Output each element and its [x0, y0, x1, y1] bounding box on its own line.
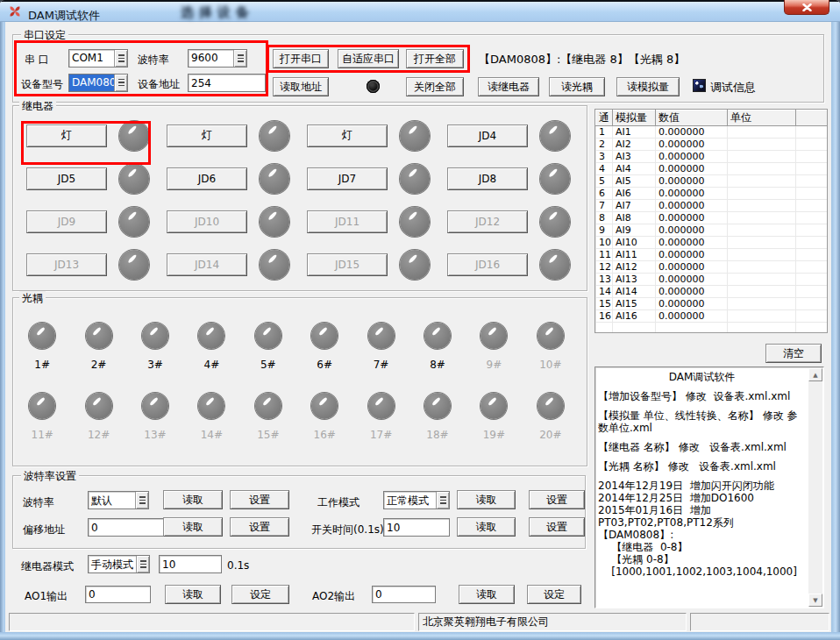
relay-button[interactable]: JD12	[447, 210, 528, 233]
debug-info-icon[interactable]	[693, 79, 706, 92]
dropdown-arrow-icon[interactable]	[436, 492, 449, 508]
ao1-input[interactable]	[85, 586, 151, 603]
info-scrollbar[interactable]: ▲ ▼	[808, 368, 822, 607]
port-combobox[interactable]: COM1	[68, 49, 128, 68]
relay-button[interactable]: 灯	[307, 124, 388, 147]
table-row[interactable]: 4AI40.000000	[596, 163, 829, 175]
port-label: 串 口	[25, 53, 49, 68]
read-address-button[interactable]: 读取地址	[273, 77, 329, 96]
relay-button[interactable]: JD16	[447, 253, 528, 276]
info-line: 2014年12月25日 增加DO1600	[598, 492, 806, 504]
table-row[interactable]: 1AI10.000000	[596, 126, 829, 139]
table-row[interactable]	[596, 323, 829, 334]
close-icon	[802, 4, 812, 11]
baudrate-read-button[interactable]: 读取	[163, 490, 223, 509]
table-row[interactable]: 15AI150.000000	[596, 298, 829, 310]
table-row[interactable]: 6AI60.000000	[596, 188, 829, 200]
scroll-down-icon[interactable]: ▼	[808, 594, 822, 607]
table-row[interactable]: 3AI30.000000	[596, 151, 829, 163]
relay-button[interactable]: JD15	[307, 253, 388, 276]
read-opto-button[interactable]: 读光耦	[549, 77, 605, 96]
relay-button[interactable]: JD9	[26, 210, 107, 233]
relay-button[interactable]: 灯	[26, 124, 107, 147]
relay-mode-time-input[interactable]	[159, 555, 222, 573]
relay-button[interactable]: JD6	[167, 167, 247, 190]
relay-button[interactable]: JD10	[167, 210, 247, 233]
switch-time-set-button[interactable]: 设置	[529, 517, 585, 537]
close-button[interactable]	[784, 0, 829, 15]
company-name: 北京聚英翱翔电子有限公司	[423, 615, 549, 629]
offset-set-button[interactable]: 设置	[230, 517, 289, 537]
work-mode-set-button[interactable]: 设置	[529, 490, 585, 509]
table-row[interactable]: 11AI110.000000	[596, 249, 829, 261]
relay-mode-label: 继电器模式	[21, 559, 74, 574]
scroll-up-icon[interactable]: ▲	[808, 368, 822, 381]
ao1-set-button[interactable]: 设定	[231, 585, 289, 604]
table-row[interactable]: 7AI70.000000	[596, 200, 829, 212]
open-all-button[interactable]: 打开全部	[406, 49, 464, 68]
table-row[interactable]: 12AI120.000000	[596, 261, 829, 274]
table-row[interactable]: 10AI100.000000	[596, 237, 829, 249]
read-analog-button[interactable]: 读模拟量	[616, 77, 680, 96]
window-right-edge	[831, 22, 840, 633]
window-left-edge	[0, 22, 5, 633]
relay-button[interactable]: JD8	[447, 167, 528, 190]
opto-indicator	[198, 323, 224, 349]
table-header[interactable]: 单位	[728, 110, 796, 126]
table-header[interactable]: 数值	[656, 110, 728, 126]
model-combobox[interactable]: DAM0808	[68, 74, 128, 92]
opto-channel: 5#	[240, 323, 296, 393]
ao2-read-button[interactable]: 读取	[459, 585, 515, 604]
status-panel-right	[690, 613, 829, 631]
baudrate-combobox[interactable]: 默认	[88, 491, 149, 509]
table-row[interactable]: 2AI20.000000	[596, 139, 829, 151]
dropdown-arrow-icon[interactable]	[114, 50, 127, 67]
baudrate-set-button[interactable]: 设置	[230, 490, 289, 509]
opto-indicator	[255, 323, 281, 349]
relay-button[interactable]: JD7	[307, 167, 388, 190]
relay-button[interactable]: JD14	[167, 253, 247, 276]
table-header[interactable]: 模拟量	[613, 110, 656, 126]
dropdown-arrow-icon[interactable]	[114, 75, 127, 91]
opto-label: 20#	[539, 429, 561, 441]
table-header[interactable]	[796, 110, 829, 126]
open-serial-button[interactable]: 打开串口	[273, 49, 329, 68]
info-line	[598, 473, 806, 480]
table-row[interactable]: 5AI50.000000	[596, 175, 829, 188]
blurred-background-text: 选择设备	[181, 4, 254, 21]
table-header[interactable]: 通	[596, 110, 613, 126]
table-row[interactable]: 14AI140.000000	[596, 286, 829, 298]
read-relay-button[interactable]: 读继电器	[478, 77, 539, 96]
relay-mode-combobox[interactable]: 手动模式	[88, 555, 150, 573]
relay-button[interactable]: 灯	[167, 124, 247, 147]
dropdown-arrow-icon[interactable]	[136, 556, 149, 572]
dropdown-arrow-icon[interactable]	[233, 50, 246, 67]
debug-info-label[interactable]: 调试信息	[710, 80, 756, 96]
relay-indicator	[540, 164, 570, 194]
table-row[interactable]: 16AI160.000000	[596, 310, 829, 323]
opto-indicator	[368, 393, 395, 419]
ao2-set-button[interactable]: 设定	[527, 585, 581, 604]
switch-time-input[interactable]	[383, 518, 450, 537]
relay-button[interactable]: JD11	[307, 210, 388, 233]
dropdown-arrow-icon[interactable]	[135, 492, 148, 508]
relay-indicator	[540, 207, 570, 237]
work-mode-combobox[interactable]: 正常模式	[383, 491, 450, 509]
clear-button[interactable]: 清空	[765, 344, 822, 363]
relay-button[interactable]: JD4	[447, 124, 528, 147]
ao2-input[interactable]	[372, 586, 436, 603]
switch-time-read-button[interactable]: 读取	[457, 517, 516, 537]
relay-cell: JD15	[298, 250, 438, 280]
relay-button[interactable]: JD5	[26, 167, 107, 190]
addr-input[interactable]	[188, 74, 266, 92]
work-mode-read-button[interactable]: 读取	[457, 490, 516, 509]
close-all-button[interactable]: 关闭全部	[406, 77, 464, 96]
auto-serial-button[interactable]: 自适应串口	[338, 49, 399, 68]
table-row[interactable]: 13AI130.000000	[596, 274, 829, 286]
relay-button[interactable]: JD13	[26, 253, 107, 276]
table-row[interactable]: 9AI90.000000	[596, 224, 829, 237]
offset-read-button[interactable]: 读取	[163, 517, 223, 537]
baud-combobox[interactable]: 9600	[188, 49, 247, 68]
table-row[interactable]: 8AI80.000000	[596, 212, 829, 224]
ao1-read-button[interactable]: 读取	[165, 585, 221, 604]
